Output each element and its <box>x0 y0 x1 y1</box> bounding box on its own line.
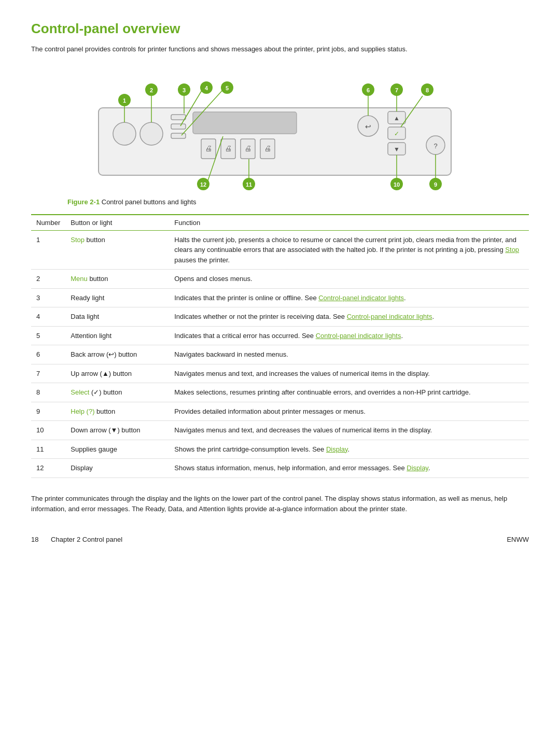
control-panel-table: Number Button or light Function 1Stop bu… <box>31 214 529 478</box>
svg-text:▼: ▼ <box>394 146 400 153</box>
svg-text:✓: ✓ <box>394 130 399 137</box>
table-row: 5Attention lightIndicates that a critica… <box>31 326 529 345</box>
cell-button: Attention light <box>65 326 169 345</box>
svg-point-1 <box>113 122 136 145</box>
enww-label: ENWW <box>507 536 529 543</box>
cell-button: Up arrow (▲) button <box>65 364 169 383</box>
cell-number: 4 <box>31 307 65 327</box>
table-row: 6Back arrow (↩) buttonNavigates backward… <box>31 345 529 364</box>
table-row: 7Up arrow (▲) buttonNavigates menus and … <box>31 364 529 383</box>
svg-text:🖨: 🖨 <box>205 144 212 152</box>
cell-button: Menu button <box>65 270 169 289</box>
cell-function: Makes selections, resumes printing after… <box>169 383 529 402</box>
cell-number: 3 <box>31 288 65 307</box>
svg-rect-3 <box>171 115 186 120</box>
cell-button: Back arrow (↩) button <box>65 345 169 364</box>
figure-label: Figure 2-1 <box>67 198 100 206</box>
svg-text:10: 10 <box>394 181 400 188</box>
cell-button: Data light <box>65 307 169 327</box>
svg-text:12: 12 <box>200 181 206 188</box>
indicator-lights-link[interactable]: Control-panel indicator lights <box>347 313 432 320</box>
figure-caption: Figure 2-1 Control panel buttons and lig… <box>67 198 493 206</box>
cell-function: Halts the current job, presents a choice… <box>169 230 529 270</box>
svg-text:2: 2 <box>150 87 153 93</box>
svg-text:3: 3 <box>183 87 186 93</box>
svg-text:▲: ▲ <box>394 115 400 122</box>
display-link[interactable]: Display <box>407 464 428 472</box>
table-row: 12DisplayShows status information, menus… <box>31 459 529 478</box>
table-row: 2Menu buttonOpens and closes menus. <box>31 270 529 289</box>
cell-number: 7 <box>31 364 65 383</box>
cell-function: Navigates menus and text, and increases … <box>169 364 529 383</box>
cell-number: 5 <box>31 326 65 345</box>
indicator-lights-link[interactable]: Control-panel indicator lights <box>316 332 401 340</box>
cell-function: Indicates whether or not the printer is … <box>169 307 529 327</box>
chapter-text: Chapter 2 Control panel <box>51 536 122 543</box>
cell-function: Shows status information, menus, help in… <box>169 459 529 478</box>
svg-text:7: 7 <box>395 87 398 93</box>
cell-number: 6 <box>31 345 65 364</box>
cell-function: Opens and closes menus. <box>169 270 529 289</box>
svg-rect-4 <box>171 124 186 129</box>
svg-rect-5 <box>171 133 186 138</box>
svg-text:8: 8 <box>426 87 429 93</box>
cell-button: Ready light <box>65 288 169 307</box>
cell-button: Down arrow (▼) button <box>65 421 169 440</box>
col-header-function: Function <box>169 215 529 231</box>
col-header-button: Button or light <box>65 215 169 231</box>
table-row: 11Supplies gaugeShows the print cartridg… <box>31 440 529 459</box>
table-row: 1Stop buttonHalts the current job, prese… <box>31 230 529 270</box>
cell-button: Supplies gauge <box>65 440 169 459</box>
cell-number: 12 <box>31 459 65 478</box>
table-row: 3Ready lightIndicates that the printer i… <box>31 288 529 307</box>
intro-paragraph: The control panel provides controls for … <box>31 44 456 54</box>
page-number-section: 18 Chapter 2 Control panel <box>31 536 122 543</box>
cell-button: Display <box>65 459 169 478</box>
cell-function: Shows the print cartridge-consumption le… <box>169 440 529 459</box>
display-link[interactable]: Display <box>326 445 348 453</box>
footer-paragraph: The printer communicates through the dis… <box>31 494 519 515</box>
table-row: 10Down arrow (▼) buttonNavigates menus a… <box>31 421 529 440</box>
indicator-lights-link[interactable]: Control-panel indicator lights <box>318 294 404 302</box>
page-title: Control-panel overview <box>31 21 529 37</box>
cell-function: Indicates that the printer is online or … <box>169 288 529 307</box>
svg-text:🖨: 🖨 <box>244 144 251 152</box>
svg-text:4: 4 <box>205 85 208 91</box>
svg-text:1: 1 <box>123 97 126 104</box>
cell-function: Navigates backward in nested menus. <box>169 345 529 364</box>
svg-text:11: 11 <box>246 181 252 188</box>
cell-number: 11 <box>31 440 65 459</box>
svg-text:6: 6 <box>367 87 370 93</box>
table-row: 9Help (?) buttonProvides detailed inform… <box>31 402 529 421</box>
page-number: 18 <box>31 536 38 543</box>
svg-text:🖨: 🖨 <box>264 144 271 152</box>
svg-point-2 <box>140 122 163 145</box>
cell-number: 9 <box>31 402 65 421</box>
cell-button: Stop button <box>65 230 169 270</box>
table-row: 4Data lightIndicates whether or not the … <box>31 307 529 327</box>
svg-text:5: 5 <box>226 85 229 91</box>
svg-rect-6 <box>193 112 297 134</box>
figure-caption-text: Control panel buttons and lights <box>102 198 197 206</box>
table-row: 8Select (✓) buttonMakes selections, resu… <box>31 383 529 402</box>
stop-link[interactable]: Stop <box>505 246 519 254</box>
cell-button: Help (?) button <box>65 402 169 421</box>
cell-function: Indicates that a critical error has occu… <box>169 326 529 345</box>
col-header-number: Number <box>31 215 65 231</box>
cell-number: 8 <box>31 383 65 402</box>
svg-text:?: ? <box>433 142 437 150</box>
cell-function: Navigates menus and text, and decreases … <box>169 421 529 440</box>
svg-text:🖨: 🖨 <box>225 144 232 152</box>
table-header-row: Number Button or light Function <box>31 215 529 231</box>
cell-function: Provides detailed information about prin… <box>169 402 529 421</box>
page-footer: 18 Chapter 2 Control panel ENWW <box>31 536 529 543</box>
cell-number: 2 <box>31 270 65 289</box>
cell-number: 10 <box>31 421 65 440</box>
control-panel-diagram: 🖨 🖨 🖨 🖨 ↩ ▲ ✓ ▼ ? 1 2 3 <box>67 69 493 195</box>
cell-number: 1 <box>31 230 65 270</box>
svg-text:9: 9 <box>434 181 437 188</box>
cell-button: Select (✓) button <box>65 383 169 402</box>
svg-text:↩: ↩ <box>365 122 371 131</box>
